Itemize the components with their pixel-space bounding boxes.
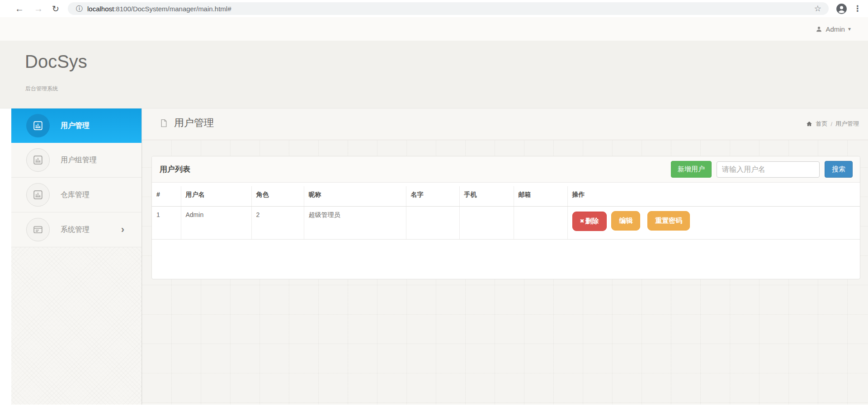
browser-menu-icon[interactable]: ⋮ xyxy=(854,4,862,14)
user-list-panel: 用户列表 新增用户 搜索 # 用户名 角色 昵称 xyxy=(151,156,860,279)
browser-profile-avatar[interactable] xyxy=(836,3,847,14)
col-header-name: 名字 xyxy=(406,186,459,207)
bottom-strip xyxy=(0,405,868,410)
bar-chart-icon xyxy=(26,114,50,137)
edit-button-label: 编辑 xyxy=(619,217,632,225)
browser-back-icon[interactable]: ← xyxy=(13,4,26,14)
user-icon xyxy=(816,26,822,33)
table-header-row: # 用户名 角色 昵称 名字 手机 邮箱 操作 xyxy=(152,186,860,207)
page-info-icon[interactable]: ⓘ xyxy=(76,5,83,13)
delete-button-label: 删除 xyxy=(585,217,599,226)
breadcrumb-separator: / xyxy=(830,121,832,127)
col-header-index: # xyxy=(152,186,181,207)
url-path: :8100/DocSystem/manager/main.html# xyxy=(114,5,231,13)
app-topbar: Admin ▾ xyxy=(0,17,868,41)
document-icon xyxy=(159,118,169,128)
cell-name xyxy=(406,207,459,240)
users-table: # 用户名 角色 昵称 名字 手机 邮箱 操作 1 Admin 2 xyxy=(152,186,860,240)
cell-email xyxy=(514,207,567,240)
table-row: 1 Admin 2 超级管理员 ✖删除 编辑 重置密码 xyxy=(152,207,860,240)
reset-password-button[interactable]: 重置密码 xyxy=(647,211,690,231)
add-user-button[interactable]: 新增用户 xyxy=(671,161,712,178)
sidebar-item-user-management[interactable]: 用户管理 xyxy=(11,108,142,143)
profile-icon xyxy=(836,3,847,14)
sidebar-item-label: 用户管理 xyxy=(61,121,90,131)
close-icon: ✖ xyxy=(580,218,585,224)
bar-chart-icon xyxy=(26,183,50,207)
sidebar-item-label: 仓库管理 xyxy=(61,190,90,200)
edit-button[interactable]: 编辑 xyxy=(611,211,640,231)
cell-index: 1 xyxy=(152,207,181,240)
browser-forward-icon[interactable]: → xyxy=(32,4,45,14)
breadcrumb-home[interactable]: 首页 xyxy=(816,120,827,128)
col-header-role: 角色 xyxy=(251,186,304,207)
app-subtitle: 后台管理系统 xyxy=(25,85,58,93)
browser-toolbar: ← → ↻ ⓘ localhost:8100/DocSystem/manager… xyxy=(0,0,868,18)
sidebar: 用户管理 用户组管理 仓库管理 系统管理 › xyxy=(11,108,142,405)
reset-password-button-label: 重置密码 xyxy=(655,217,682,225)
bookmark-star-icon[interactable]: ☆ xyxy=(814,4,821,14)
username-search-input[interactable] xyxy=(717,161,820,178)
col-header-username: 用户名 xyxy=(181,186,251,207)
breadcrumb: 首页 / 用户管理 xyxy=(806,120,859,128)
url-text[interactable]: localhost:8100/DocSystem/manager/main.ht… xyxy=(87,5,814,13)
panel-title: 用户列表 xyxy=(160,164,190,174)
sidebar-item-system-management[interactable]: 系统管理 › xyxy=(11,212,142,247)
sidebar-item-usergroup-management[interactable]: 用户组管理 xyxy=(11,143,142,178)
chevron-right-icon: › xyxy=(121,225,124,235)
screen: ← → ↻ ⓘ localhost:8100/DocSystem/manager… xyxy=(0,0,868,410)
col-header-nickname: 昵称 xyxy=(304,186,406,207)
page-title: 用户管理 xyxy=(174,116,214,130)
content-header: 用户管理 首页 / 用户管理 xyxy=(142,108,868,140)
bar-chart-icon xyxy=(26,148,50,172)
caret-down-icon: ▾ xyxy=(848,26,851,32)
panel-heading: 用户列表 新增用户 搜索 xyxy=(152,156,860,183)
cell-phone xyxy=(459,207,514,240)
col-header-actions: 操作 xyxy=(567,186,860,207)
list-window-icon xyxy=(26,218,50,241)
url-host: localhost xyxy=(87,5,114,13)
user-menu[interactable]: Admin ▾ xyxy=(816,17,851,41)
sidebar-item-label: 系统管理 xyxy=(61,225,90,235)
cell-actions: ✖删除 编辑 重置密码 xyxy=(567,207,860,240)
home-icon xyxy=(806,121,812,127)
address-bar[interactable]: ⓘ localhost:8100/DocSystem/manager/main.… xyxy=(68,2,829,15)
search-button[interactable]: 搜索 xyxy=(825,161,853,178)
cell-role: 2 xyxy=(251,207,304,240)
col-header-email: 邮箱 xyxy=(514,186,567,207)
main-content: 用户管理 首页 / 用户管理 用户列表 新增用户 搜索 xyxy=(142,108,868,405)
browser-refresh-icon[interactable]: ↻ xyxy=(49,4,62,14)
sidebar-item-warehouse-management[interactable]: 仓库管理 xyxy=(11,178,142,212)
cell-username: Admin xyxy=(181,207,251,240)
breadcrumb-current: 用户管理 xyxy=(835,120,859,128)
user-menu-label: Admin xyxy=(826,25,845,33)
col-header-phone: 手机 xyxy=(459,186,514,207)
brand-area: DocSys 后台管理系统 xyxy=(0,41,868,108)
app-logo: DocSys xyxy=(25,52,87,72)
sidebar-item-label: 用户组管理 xyxy=(61,156,97,165)
cell-nickname: 超级管理员 xyxy=(304,207,406,240)
delete-button[interactable]: ✖删除 xyxy=(572,212,607,231)
